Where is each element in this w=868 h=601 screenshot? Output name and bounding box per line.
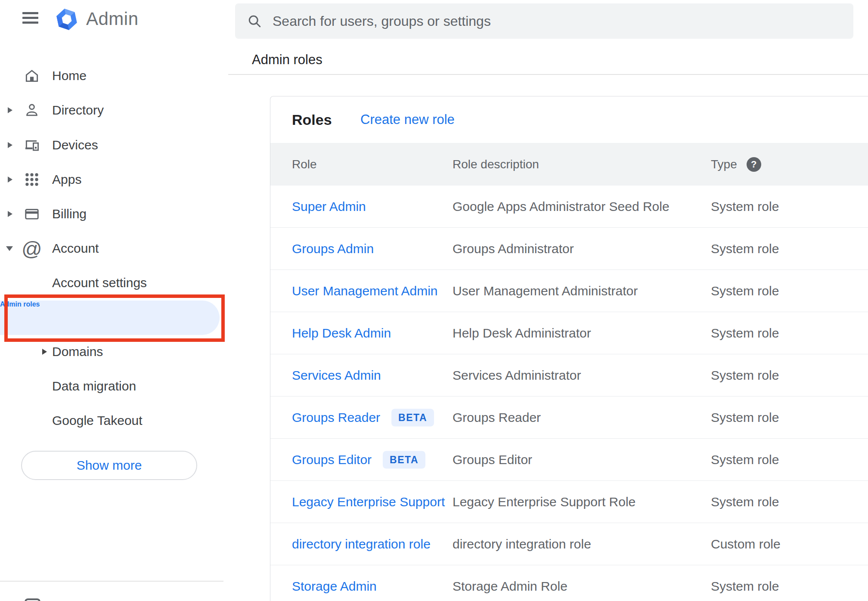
role-cell: Services Admin bbox=[292, 368, 381, 383]
table-row: Super Admin Google Apps Administrator Se… bbox=[270, 186, 868, 228]
role-cell: Super Admin bbox=[292, 199, 366, 214]
role-type-cell: System role bbox=[711, 326, 779, 341]
expand-arrow-icon[interactable] bbox=[8, 177, 12, 183]
role-link[interactable]: User Management Admin bbox=[292, 284, 438, 298]
role-description-cell: Storage Admin Role bbox=[453, 579, 567, 594]
role-description-cell: Groups Reader bbox=[453, 410, 541, 425]
sidebar-item-label: Google Takeout bbox=[52, 413, 143, 428]
role-description-cell: User Management Administrator bbox=[453, 284, 638, 298]
app-title: Admin bbox=[86, 9, 139, 29]
sidebar-item-label: Domains bbox=[52, 344, 103, 359]
sidebar-item-label: Account bbox=[52, 241, 99, 256]
roles-card: Roles Create new role Role Role descript… bbox=[270, 96, 868, 601]
role-link[interactable]: Legacy Enterprise Support bbox=[292, 495, 445, 509]
role-description-cell: Google Apps Administrator Seed Role bbox=[453, 199, 670, 214]
header-divider bbox=[228, 74, 868, 75]
role-description-cell: Legacy Enterprise Support Role bbox=[453, 495, 636, 509]
role-cell: User Management Admin bbox=[292, 284, 438, 298]
sidebar-item-devices[interactable]: Devices bbox=[0, 128, 228, 162]
card-title: Roles bbox=[292, 112, 332, 128]
role-description-cell: Groups Administrator bbox=[453, 242, 574, 256]
sidebar-item-directory[interactable]: Directory bbox=[0, 93, 228, 127]
sidebar-item-data-migration[interactable]: Data migration bbox=[0, 369, 228, 403]
sidebar-item-label: Directory bbox=[52, 103, 104, 118]
credit-card-icon bbox=[24, 206, 40, 222]
beta-badge: BETA bbox=[383, 451, 425, 468]
role-link[interactable]: Super Admin bbox=[292, 199, 366, 214]
apps-grid-icon bbox=[24, 171, 40, 188]
partial-bottom-icon bbox=[25, 598, 40, 601]
column-header-role-description: Role description bbox=[453, 158, 539, 171]
role-link[interactable]: directory integration role bbox=[292, 537, 431, 551]
role-description-cell: Help Desk Administrator bbox=[453, 326, 591, 341]
table-row: Help Desk Admin Help Desk Administrator … bbox=[270, 312, 868, 354]
role-description-cell: Services Administrator bbox=[453, 368, 581, 383]
column-header-type-label: Type bbox=[711, 158, 737, 171]
roles-card-header: Roles Create new role bbox=[270, 96, 868, 143]
sidebar-item-label: Billing bbox=[52, 207, 87, 221]
sidebar: Admin Home Directory bbox=[0, 0, 228, 601]
sidebar-item-account-settings[interactable]: Account settings bbox=[0, 266, 228, 300]
role-cell: Groups Editor BETA bbox=[292, 451, 425, 468]
sidebar-item-label: Devices bbox=[52, 138, 98, 152]
breadcrumb: Admin roles bbox=[252, 52, 322, 68]
help-icon[interactable]: ? bbox=[747, 157, 761, 172]
role-description-cell: directory integration role bbox=[453, 537, 591, 551]
table-row: Legacy Enterprise Support Legacy Enterpr… bbox=[270, 481, 868, 523]
create-new-role-link[interactable]: Create new role bbox=[360, 112, 455, 127]
hamburger-menu-icon[interactable] bbox=[19, 9, 42, 28]
table-row: directory integration role directory int… bbox=[270, 523, 868, 565]
role-type-cell: System role bbox=[711, 495, 779, 509]
devices-icon bbox=[24, 137, 40, 153]
sidebar-item-google-takeout[interactable]: Google Takeout bbox=[0, 403, 228, 438]
column-header-role: Role bbox=[292, 158, 317, 171]
role-link[interactable]: Storage Admin bbox=[292, 579, 377, 594]
admin-logo-hexagon-icon bbox=[55, 8, 78, 31]
expand-arrow-icon[interactable] bbox=[8, 211, 12, 217]
show-more-button[interactable]: Show more bbox=[21, 451, 197, 480]
sidebar-divider bbox=[0, 581, 223, 582]
collapse-arrow-icon[interactable] bbox=[6, 246, 13, 251]
expand-arrow-icon[interactable] bbox=[8, 107, 12, 113]
table-row: Groups Admin Groups Administrator System… bbox=[270, 228, 868, 270]
person-icon bbox=[24, 102, 40, 118]
role-link[interactable]: Help Desk Admin bbox=[292, 326, 391, 341]
search-bar[interactable] bbox=[235, 3, 853, 39]
role-type-cell: System role bbox=[711, 199, 779, 214]
role-cell: Storage Admin bbox=[292, 579, 377, 594]
role-cell: Help Desk Admin bbox=[292, 326, 391, 341]
expand-arrow-icon[interactable] bbox=[42, 349, 47, 355]
role-type-cell: System role bbox=[711, 452, 779, 467]
sidebar-item-account[interactable]: @ Account bbox=[0, 231, 228, 266]
sidebar-item-domains[interactable]: Domains bbox=[0, 335, 228, 369]
role-cell: Legacy Enterprise Support bbox=[292, 495, 445, 509]
sidebar-item-label: Apps bbox=[52, 172, 81, 187]
at-sign-icon: @ bbox=[22, 239, 42, 259]
role-link[interactable]: Services Admin bbox=[292, 368, 381, 383]
search-input[interactable] bbox=[273, 13, 845, 29]
sidebar-item-label: Home bbox=[52, 68, 87, 83]
table-row: Groups Editor BETA Groups Editor System … bbox=[270, 439, 868, 481]
beta-badge: BETA bbox=[391, 409, 434, 426]
expand-arrow-icon[interactable] bbox=[8, 142, 12, 148]
role-cell: Groups Reader BETA bbox=[292, 409, 434, 426]
sidebar-item-apps[interactable]: Apps bbox=[0, 162, 228, 197]
table-row: User Management Admin User Management Ad… bbox=[270, 270, 868, 312]
role-link[interactable]: Groups Reader bbox=[292, 410, 380, 425]
sidebar-item-admin-roles-selected[interactable]: Admin roles bbox=[0, 300, 220, 335]
sidebar-item-billing[interactable]: Billing bbox=[0, 197, 228, 231]
role-type-cell: System role bbox=[711, 579, 779, 594]
role-link[interactable]: Groups Admin bbox=[292, 242, 374, 256]
table-row: Groups Reader BETA Groups Reader System … bbox=[270, 397, 868, 439]
admin-console-page: Admin Home Directory bbox=[0, 0, 868, 601]
role-link[interactable]: Groups Editor bbox=[292, 452, 372, 467]
role-type-cell: System role bbox=[711, 284, 779, 298]
sidebar-item-home[interactable]: Home bbox=[0, 59, 228, 93]
table-row: Services Admin Services Administrator Sy… bbox=[270, 354, 868, 397]
role-type-cell: System role bbox=[711, 410, 779, 425]
roles-table-body: Super Admin Google Apps Administrator Se… bbox=[270, 186, 868, 601]
role-cell: directory integration role bbox=[292, 537, 431, 551]
role-type-cell: System role bbox=[711, 242, 779, 256]
sidebar-item-label: Data migration bbox=[52, 379, 136, 393]
role-cell: Groups Admin bbox=[292, 242, 374, 256]
